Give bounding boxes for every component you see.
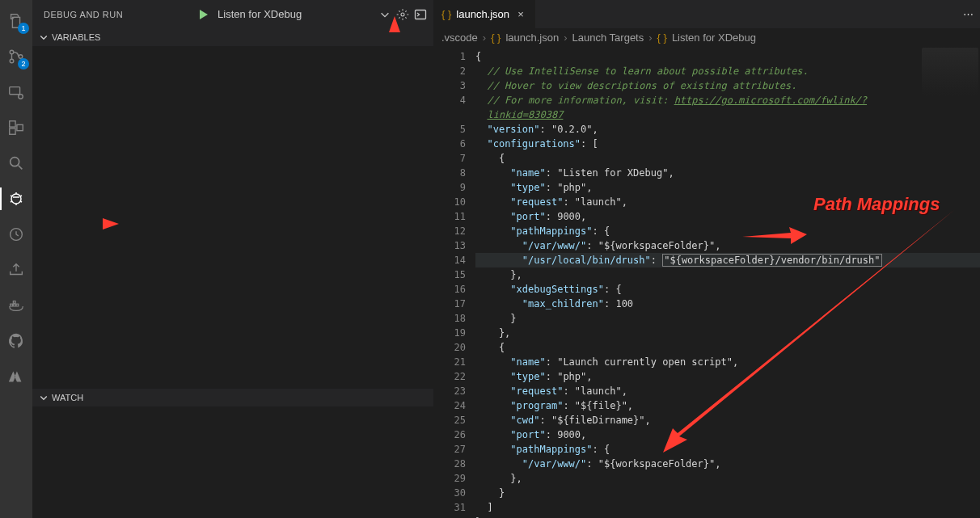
svg-rect-12: [13, 304, 15, 306]
svg-rect-7: [17, 124, 23, 130]
timeline-icon[interactable]: [0, 218, 32, 251]
svg-rect-13: [16, 304, 19, 306]
json-icon: { }: [441, 8, 451, 20]
breadcrumb-seg[interactable]: Listen for XDebug: [672, 32, 756, 44]
variables-label: VARIABLES: [52, 32, 100, 42]
svg-point-0: [10, 50, 14, 54]
debug-icon[interactable]: [0, 183, 32, 215]
share-icon[interactable]: [0, 254, 32, 286]
scm-badge: 2: [18, 58, 29, 69]
breadcrumb[interactable]: .vscode › { } launch.json › Launch Targe…: [433, 28, 980, 46]
variables-section-header[interactable]: VARIABLES: [32, 28, 433, 46]
debug-header: DEBUG AND RUN Listen for XDebug: [32, 0, 433, 28]
svg-point-15: [401, 13, 404, 16]
tab-label: launch.json: [456, 8, 509, 20]
breadcrumb-seg[interactable]: .vscode: [441, 32, 478, 44]
remote-icon[interactable]: [0, 76, 32, 108]
close-icon[interactable]: ×: [514, 8, 527, 20]
json-icon: { }: [491, 32, 501, 44]
debug-config-select[interactable]: Listen for XDebug: [214, 6, 305, 22]
editor-area: { } launch.json × ⋯ .vscode › { } launch…: [433, 0, 980, 518]
breadcrumb-seg[interactable]: launch.json: [505, 32, 559, 44]
chevron-down-icon[interactable]: [378, 8, 391, 21]
code-body[interactable]: { // Use IntelliSense to learn about pos…: [475, 46, 980, 518]
svg-point-1: [10, 59, 14, 63]
debug-config-label: Listen for XDebug: [218, 8, 302, 20]
svg-rect-14: [13, 301, 15, 304]
variables-body: [32, 46, 433, 389]
svg-rect-6: [10, 128, 15, 134]
activity-bar: 1 2: [0, 0, 32, 518]
chevron-down-icon: [39, 32, 49, 42]
chevron-down-icon: [39, 393, 49, 402]
explorer-badge: 1: [18, 23, 29, 34]
json-icon: { }: [657, 32, 667, 44]
svg-rect-11: [11, 304, 13, 306]
breadcrumb-seg[interactable]: Launch Targets: [572, 32, 644, 44]
svg-rect-16: [416, 10, 426, 19]
watch-body: [32, 406, 433, 518]
github-icon[interactable]: [0, 325, 32, 357]
watch-label: WATCH: [52, 393, 83, 402]
watch-section-header[interactable]: WATCH: [32, 389, 433, 406]
atlassian-icon[interactable]: [0, 360, 32, 393]
minimap[interactable]: [922, 48, 978, 96]
code-editor[interactable]: 1234 56789101112131415161718192021222324…: [433, 46, 980, 518]
explorer-icon[interactable]: 1: [0, 5, 32, 37]
svg-point-4: [19, 95, 23, 99]
debug-panel-title: DEBUG AND RUN: [44, 10, 123, 19]
svg-point-9: [11, 194, 21, 204]
source-control-icon[interactable]: 2: [0, 40, 32, 73]
line-gutter: 1234 56789101112131415161718192021222324…: [433, 46, 475, 518]
start-debug-button[interactable]: [196, 8, 209, 21]
gear-icon[interactable]: [396, 8, 409, 21]
tab-bar: { } launch.json × ⋯: [433, 0, 980, 28]
editor-overflow-button[interactable]: ⋯: [956, 0, 980, 28]
svg-point-8: [11, 158, 19, 166]
search-icon[interactable]: [0, 147, 32, 179]
extensions-icon[interactable]: [0, 112, 32, 144]
svg-rect-5: [10, 121, 15, 127]
tab-launch-json[interactable]: { } launch.json ×: [433, 0, 536, 28]
svg-rect-3: [10, 87, 20, 95]
debug-side-panel: DEBUG AND RUN Listen for XDebug VARIABLE…: [32, 0, 433, 518]
debug-console-icon[interactable]: [414, 8, 427, 21]
docker-icon[interactable]: [0, 289, 32, 322]
